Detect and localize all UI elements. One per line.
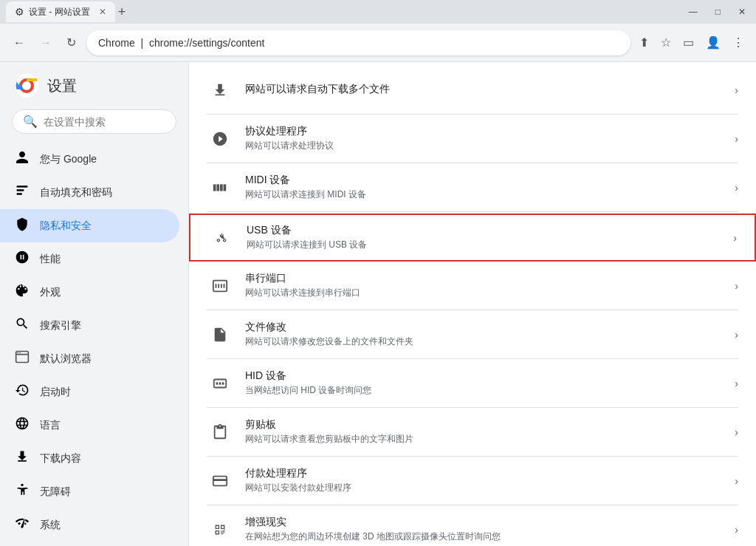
sidebar-label-performance: 性能 — [40, 253, 61, 266]
sidebar-label-privacy: 隐私和安全 — [40, 219, 92, 233]
usb-icon — [208, 225, 235, 251]
row-subtitle-payment: 网站可以安装付款处理程序 — [245, 482, 729, 494]
sidebar-label-startup: 启动时 — [40, 386, 71, 399]
sidebar-item-accessibility[interactable]: 无障碍 — [0, 475, 179, 508]
search-box[interactable]: 🔍 — [12, 109, 176, 134]
row-subtitle-usb: 网站可以请求连接到 USB 设备 — [247, 239, 727, 251]
svg-point-8 — [17, 352, 18, 354]
person-icon — [15, 150, 30, 168]
row-title-ar: 增强现实 — [245, 516, 729, 529]
sidebar-item-performance[interactable]: 性能 — [0, 242, 179, 276]
row-title-payment: 付款处理程序 — [245, 467, 729, 480]
settings-row-midi[interactable]: MIDI 设备 网站可以请求连接到 MIDI 设备 › — [189, 165, 756, 210]
refresh-button[interactable]: ↻ — [62, 33, 80, 52]
profile-icon[interactable]: 👤 — [703, 33, 724, 52]
address-right: ⬆ ☆ ▭ 👤 ⋮ — [636, 33, 747, 52]
row-subtitle-clipboard: 网站可以请求查看您剪贴板中的文字和图片 — [245, 433, 729, 446]
midi-icon — [207, 174, 233, 201]
browser-icon — [15, 349, 30, 368]
new-tab-button[interactable]: + — [118, 4, 126, 20]
svg-rect-25 — [213, 479, 227, 481]
address-input[interactable] — [86, 30, 630, 55]
sidebar-item-appearance[interactable]: 外观 — [0, 276, 179, 309]
row-subtitle-file-edit: 网站可以请求修改您设备上的文件和文件夹 — [245, 335, 729, 348]
hid-icon — [207, 370, 233, 397]
file-icon — [207, 321, 233, 348]
sidebar-label-autofill: 自动填充和密码 — [40, 186, 112, 199]
addressbar: ← → ↻ ⬆ ☆ ▭ 👤 ⋮ — [0, 24, 756, 62]
settings-row-file-edit[interactable]: 文件修改 网站可以请求修改您设备上的文件和文件夹 › — [189, 312, 756, 357]
main-layout: 设置 🔍 您与 Google自动填充和密码隐私和安全性能外观搜索引擎默认浏览器启… — [0, 62, 756, 546]
settings-list: 网站可以请求自动下载多个文件 › 协议处理程序 网站可以请求处理协议 › MID… — [189, 62, 756, 546]
settings-row-payment[interactable]: 付款处理程序 网站可以安装付款处理程序 › — [189, 458, 756, 503]
bookmark-icon[interactable]: ☆ — [658, 33, 674, 52]
svg-rect-19 — [224, 284, 225, 288]
svg-rect-4 — [17, 189, 24, 191]
forward-button[interactable]: → — [35, 33, 56, 52]
minimize-button[interactable]: — — [684, 5, 702, 18]
svg-rect-5 — [17, 193, 23, 195]
row-arrow-serial: › — [735, 280, 738, 292]
serial-icon — [207, 273, 233, 299]
settings-row-clipboard[interactable]: 剪贴板 网站可以请求查看您剪贴板中的文字和图片 › — [189, 409, 756, 454]
svg-rect-17 — [218, 284, 219, 288]
tab-search-icon[interactable]: ▭ — [680, 33, 697, 52]
sidebar-header: 设置 — [0, 62, 188, 109]
sidebar-item-privacy[interactable]: 隐私和安全 — [0, 209, 179, 242]
share-icon[interactable]: ⬆ — [636, 33, 652, 52]
svg-point-9 — [19, 352, 21, 354]
settings-row-serial[interactable]: 串行端口 网站可以请求连接到串行端口 › — [189, 263, 756, 308]
sidebar-label-system: 系统 — [40, 519, 61, 532]
row-arrow-hid: › — [735, 378, 738, 389]
row-title-file-edit: 文件修改 — [245, 321, 729, 334]
row-arrow-protocol: › — [735, 133, 738, 145]
row-arrow-auto-download: › — [735, 84, 738, 96]
settings-row-ar[interactable]: 增强现实 在网站想为您的周边环境创建 3D 地图或跟踪摄像头位置时询问您 › — [189, 507, 756, 546]
clipboard-icon — [207, 419, 233, 446]
sidebar-item-reset[interactable]: 重置设置 — [0, 542, 179, 546]
sidebar-title: 设置 — [47, 76, 77, 96]
svg-point-10 — [21, 484, 23, 486]
divider — [207, 163, 738, 163]
row-arrow-payment: › — [735, 475, 738, 487]
titlebar: ⚙ 设置 - 网站设置 ✕ + — □ ✕ — [0, 0, 756, 24]
autofill-icon — [15, 183, 30, 202]
sidebar-item-autofill[interactable]: 自动填充和密码 — [0, 176, 179, 209]
more-menu-icon[interactable]: ⋮ — [729, 33, 747, 52]
svg-rect-23 — [222, 382, 224, 385]
sidebar-item-system[interactable]: 系统 — [0, 508, 179, 542]
download-icon — [15, 449, 30, 468]
payment-icon — [207, 468, 233, 494]
tab-close-button[interactable]: ✕ — [99, 7, 106, 17]
row-subtitle-serial: 网站可以请求连接到串行端口 — [245, 287, 729, 299]
settings-row-hid[interactable]: HID 设备 当网站想访问 HID 设备时询问您 › — [189, 361, 756, 406]
row-title-midi: MIDI 设备 — [245, 174, 729, 187]
sidebar-item-browser[interactable]: 默认浏览器 — [0, 342, 179, 375]
divider — [207, 456, 738, 457]
protocol-icon — [207, 126, 233, 152]
sidebar-item-downloads[interactable]: 下载内容 — [0, 442, 179, 475]
sidebar-item-startup[interactable]: 启动时 — [0, 375, 179, 409]
active-tab[interactable]: ⚙ 设置 - 网站设置 ✕ — [6, 1, 115, 22]
search-input[interactable] — [44, 116, 173, 128]
maximize-button[interactable]: □ — [711, 5, 725, 18]
search-icon — [15, 316, 30, 335]
download-icon — [207, 77, 233, 103]
performance-icon — [15, 250, 30, 268]
settings-row-usb[interactable]: USB 设备 网站可以请求连接到 USB 设备 › — [189, 214, 756, 262]
sidebar-item-google[interactable]: 您与 Google — [0, 143, 179, 176]
svg-rect-16 — [216, 284, 217, 288]
svg-rect-22 — [219, 382, 221, 385]
back-button[interactable]: ← — [9, 33, 30, 52]
sidebar-item-search[interactable]: 搜索引擎 — [0, 309, 179, 342]
sidebar-label-search: 搜索引擎 — [40, 319, 81, 332]
close-button[interactable]: ✕ — [734, 5, 750, 18]
sidebar-nav: 您与 Google自动填充和密码隐私和安全性能外观搜索引擎默认浏览器启动时语言下… — [0, 143, 188, 546]
svg-rect-21 — [216, 382, 219, 385]
divider — [207, 114, 738, 115]
settings-row-protocol[interactable]: 协议处理程序 网站可以请求处理协议 › — [189, 116, 756, 161]
content-area: 网站可以请求自动下载多个文件 › 协议处理程序 网站可以请求处理协议 › MID… — [189, 62, 756, 546]
svg-rect-3 — [17, 185, 28, 188]
sidebar-item-language[interactable]: 语言 — [0, 409, 179, 442]
settings-row-auto-download[interactable]: 网站可以请求自动下载多个文件 › — [189, 68, 756, 112]
